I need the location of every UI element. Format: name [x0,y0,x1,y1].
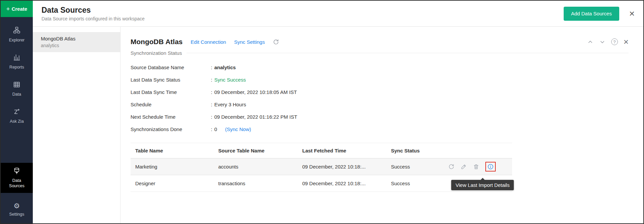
edit-connection-link[interactable]: Edit Connection [191,39,226,45]
field-value: analytics [214,65,236,70]
chevron-up-icon[interactable] [587,39,593,45]
column-header-last-fetched-time: Last Fetched Time [302,148,391,153]
cell-sync-status: Success [391,164,441,170]
cell-source-table-name: accounts [218,164,302,170]
chevron-down-icon[interactable] [599,39,606,45]
source-list-item-mongodb-atlas[interactable]: MongoDB Atlas analytics [33,32,120,52]
main-area: Data Sources Data Source imports configu… [33,1,643,223]
column-header-source-table-name: Source Table Name [218,148,302,153]
column-header-table-name: Table Name [131,148,218,153]
tooltip-view-last-import-details: View Last Import Details [451,180,514,190]
field-value: 09 December, 2022 10:18:05 AM IST [214,89,297,95]
edit-pencil-icon[interactable] [461,163,467,170]
sidebar-item-reports[interactable]: Reports [1,52,33,71]
detail-header-controls: ? × [587,37,629,46]
field-row-last-data-sync-status: Last Data Sync Status : Sync Success [131,74,629,86]
sidebar-item-settings[interactable]: ⚙ Settings [1,201,33,219]
cell-last-fetched-time: 09 December, 2022 10:18:... [302,181,391,186]
detail-header: MongoDB Atlas Edit Connection Sync Setti… [131,37,629,46]
row-actions [441,162,512,172]
plus-icon: + [6,6,10,12]
sidebar-item-data-sources[interactable]: Data Sources [1,163,33,193]
settings-gear-icon: ⚙ [14,202,20,210]
sync-settings-link[interactable]: Sync Settings [234,39,265,45]
sidebar-item-ask-zia[interactable]: Ask Zia [1,107,33,126]
sidebar-item-label: Explorer [9,38,25,43]
close-icon[interactable]: × [629,9,635,18]
column-header-sync-status: Sync Status [391,148,441,153]
data-sources-icon [13,167,20,176]
field-value: 0 [214,126,217,132]
detail-close-icon[interactable]: × [624,37,629,46]
refresh-icon[interactable] [273,39,279,45]
sidebar-item-label: Data Sources [6,178,27,189]
page-header: Data Sources Data Source imports configu… [33,1,643,27]
sidebar-item-label: Data [12,92,21,97]
table-header-row: Table Name Source Table Name Last Fetche… [131,143,512,158]
sync-status-section: Synchronization Status [131,50,629,56]
detail-title: MongoDB Atlas [131,38,183,46]
explorer-icon [13,26,20,35]
data-icon [13,81,20,90]
field-row-last-data-sync-time: Last Data Sync Time : 09 December, 2022 … [131,86,629,98]
field-value: 09 December, 2022 01:16:22 PM IST [214,114,297,120]
page-title-block: Data Sources Data Source imports configu… [42,6,145,21]
sidebar-item-label: Reports [9,65,24,70]
ask-zia-icon [13,108,20,117]
cell-source-table-name: transactions [218,181,302,186]
sync-status-fields: Source Database Name : analytics Last Da… [131,61,629,135]
section-title: Synchronization Status [131,50,182,56]
table-row: Marketing accounts 09 December, 2022 10:… [131,158,512,175]
field-value: Every 3 Hours [214,102,246,107]
cell-last-fetched-time: 09 December, 2022 10:18:... [302,164,391,170]
field-row-synchronizations-done: Synchronizations Done : 0 (Sync Now) [131,123,629,135]
sync-now-link[interactable]: (Sync Now) [225,126,251,132]
field-row-source-database-name: Source Database Name : analytics [131,61,629,74]
section-divider [186,53,629,53]
row-refresh-icon[interactable] [448,163,455,170]
page-subtitle: Data Source imports configured in this w… [42,16,145,21]
app-window: + Create Explorer Reports Data Ask [0,0,644,224]
source-list-panel: MongoDB Atlas analytics [33,27,120,223]
sidebar: + Create Explorer Reports Data Ask [1,1,33,223]
page-title: Data Sources [42,6,145,15]
field-row-schedule: Schedule : Every 3 Hours [131,98,629,111]
sidebar-item-explorer[interactable]: Explorer [1,25,33,44]
cell-sync-status: Success [391,181,441,186]
annotation-highlight-box [485,162,496,172]
sidebar-item-label: Ask Zia [10,119,24,124]
delete-trash-icon[interactable] [473,163,479,170]
sidebar-spacer [1,126,33,163]
sidebar-item-label: Settings [9,212,24,217]
source-database: analytics [41,43,112,48]
create-button-label: Create [12,6,27,12]
field-value: Sync Success [214,77,246,83]
source-detail-panel: MongoDB Atlas Edit Connection Sync Setti… [120,27,643,223]
sidebar-item-data[interactable]: Data [1,80,33,99]
info-icon[interactable] [487,163,494,170]
help-icon[interactable]: ? [611,38,618,45]
add-data-sources-button[interactable]: Add Data Sources [564,7,619,21]
reports-icon [13,53,20,63]
create-button[interactable]: + Create [1,1,33,17]
source-name: MongoDB Atlas [41,36,112,41]
field-row-next-schedule-time: Next Schedule Time : 09 December, 2022 0… [131,111,629,123]
cell-table-name: Marketing [131,164,218,170]
cell-table-name: Designer [131,181,218,186]
header-actions: Add Data Sources × [564,7,635,21]
content-area: MongoDB Atlas analytics MongoDB Atlas Ed… [33,27,643,223]
